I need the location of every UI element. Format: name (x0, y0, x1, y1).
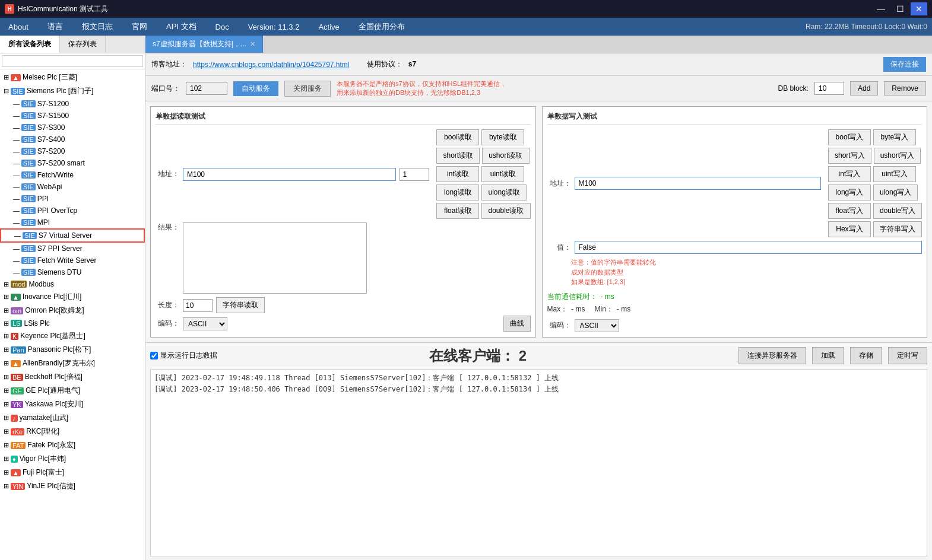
tree-item-ppi[interactable]: — SIE PPI (0, 193, 145, 205)
ulong-read-button[interactable]: ulong读取 (481, 184, 526, 201)
encoding-select-write[interactable]: ASCII UTF-8 Unicode (575, 319, 619, 332)
tree-item-melsec[interactable]: ⊞ ▲ Melsec Plc [三菱] (0, 71, 145, 84)
menu-usage-dist[interactable]: 全国使用分布 (355, 19, 408, 34)
menu-message-log[interactable]: 报文日志 (78, 19, 116, 34)
tree-item-s7-s1500[interactable]: — SIE S7-S1500 (0, 110, 145, 122)
curve-button[interactable]: 曲线 (503, 316, 531, 332)
tree-item-keyence[interactable]: ⊞ K Keyence Plc[基恩士] (0, 329, 145, 343)
tree-item-s7-s300[interactable]: — SIE S7-S300 (0, 122, 145, 133)
timed-write-button[interactable]: 定时写 (888, 347, 927, 364)
tree-item-fatek[interactable]: ⊞ FAT Fatek Plc[永宏] (0, 438, 145, 452)
tree-item-vigor[interactable]: ⊞ ♦ Vigor Plc[丰炜] (0, 452, 145, 466)
encoding-select-read[interactable]: ASCII UTF-8 Unicode (183, 317, 227, 330)
tree-item-s7-s1200[interactable]: — SIE S7-S1200 (0, 98, 145, 110)
tree-item-fetch-write[interactable]: — SIE Fetch/Write (0, 169, 145, 181)
blog-url[interactable]: https://www.cnblogs.com/dathlin/p/104257… (193, 61, 349, 69)
tree-item-fuji[interactable]: ⊞ ▲ Fuji Plc[富士] (0, 466, 145, 479)
label-s7-virtual: S7 Virtual Server (39, 231, 93, 240)
tree-item-inovance[interactable]: ⊞ ▲ Inovance Plc[汇川] (0, 290, 145, 304)
length-quick-input[interactable] (400, 168, 429, 181)
tree-item-s7-s200[interactable]: — SIE S7-S200 (0, 145, 145, 157)
maximize-button[interactable]: ☐ (892, 2, 908, 15)
save-button[interactable]: 存储 (850, 347, 882, 364)
load-button[interactable]: 加载 (812, 347, 844, 364)
save-connection-button[interactable]: 保存连接 (883, 57, 926, 72)
hex-write-button[interactable]: Hex写入 (828, 221, 871, 237)
bool-read-button[interactable]: bool读取 (436, 129, 479, 145)
int-read-button[interactable]: int读取 (436, 166, 479, 182)
badge-s7s400: SIE (21, 136, 36, 143)
auto-service-button[interactable]: 自动服务 (233, 81, 278, 96)
tree-item-omron[interactable]: ⊞ om Omron Plc[欧姆龙] (0, 304, 145, 317)
result-textarea[interactable] (183, 222, 367, 294)
show-log-checkbox[interactable] (150, 352, 158, 359)
menu-doc[interactable]: Doc (212, 20, 233, 34)
tree-item-mpi[interactable]: — SIE MPI (0, 217, 145, 228)
byte-write-button[interactable]: byte写入 (873, 129, 916, 145)
double-read-button[interactable]: double读取 (481, 203, 530, 219)
close-service-button[interactable]: 关闭服务 (284, 81, 331, 97)
badge-siemens: SIE (11, 88, 25, 95)
minimize-button[interactable]: — (873, 2, 889, 15)
double-write-button[interactable]: double写入 (873, 203, 922, 219)
tree-item-modbus[interactable]: ⊞ mod Modbus (0, 278, 145, 290)
length-input[interactable] (183, 299, 213, 312)
tree-item-s7-s400[interactable]: — SIE S7-S400 (0, 133, 145, 145)
tree-item-yaskawa[interactable]: ⊞ YK Yaskawa Plc[安川] (0, 397, 145, 411)
menu-about[interactable]: About (5, 20, 32, 34)
db-block-input[interactable] (814, 82, 844, 95)
tree-item-rkc[interactable]: ⊞ rKe RKC[理化] (0, 425, 145, 438)
tree-item-beckhoff[interactable]: ⊞ BE Beckhoff Plc[倍福] (0, 370, 145, 384)
uint-read-button[interactable]: uint读取 (481, 166, 524, 182)
ushort-read-button[interactable]: ushort读取 (482, 148, 529, 164)
char-read-button[interactable]: 字符串读取 (216, 297, 265, 313)
tab-close-icon[interactable]: ✕ (250, 40, 255, 48)
search-input[interactable] (2, 55, 143, 67)
tree-item-ppi-overtcp[interactable]: — SIE PPI OverTcp (0, 205, 145, 217)
bottom-section: 显示运行日志数据 在线客户端： 2 连接异形服务器 加载 存储 定时写 [调试]… (145, 343, 932, 561)
address-input-write[interactable] (575, 177, 821, 190)
tree-item-fetch-write-server[interactable]: — SIE Fetch Write Server (0, 254, 145, 266)
menu-api-docs[interactable]: API 文档 (163, 19, 200, 34)
short-read-button[interactable]: short读取 (436, 148, 480, 164)
port-input[interactable]: 102 (186, 82, 227, 95)
int-write-button[interactable]: int写入 (828, 166, 871, 182)
address-input-read[interactable] (183, 168, 396, 181)
tree-item-ge[interactable]: ⊞ GE GE Plc[通用电气] (0, 384, 145, 397)
tree-item-allen-bradley[interactable]: ⊞ ▲ AllenBrandly[罗克韦尔] (0, 357, 145, 370)
connect-server-button[interactable]: 连接异形服务器 (738, 347, 806, 364)
tree-item-s7-virtual-server[interactable]: — SIE S7 Virtual Server (0, 228, 145, 243)
tree-item-webapi[interactable]: — SIE WebApi (0, 181, 145, 193)
add-button[interactable]: Add (850, 81, 878, 96)
tree-item-yinje[interactable]: ⊞ YIN YinJE Plc[信捷] (0, 479, 145, 493)
tree-item-s7-s200smart[interactable]: — SIE S7-S200 smart (0, 157, 145, 169)
byte-read-button[interactable]: byte读取 (481, 129, 524, 145)
remove-button[interactable]: Remove (884, 81, 926, 96)
tab-s7-virtual-server[interactable]: s7虚拟服务器【数据支持|，... ✕ (145, 36, 263, 53)
tree-item-siemens[interactable]: ⊟ SIE Siemens Plc [西门子] (0, 84, 145, 98)
log-area[interactable]: [调试] 2023-02-17 19:48:49.118 Thread [013… (150, 369, 927, 557)
tab-saved-list[interactable]: 保存列表 (60, 36, 106, 53)
bool-write-button[interactable]: bool写入 (828, 129, 871, 145)
uint-write-button[interactable]: uint写入 (873, 166, 916, 182)
tree-item-lsis[interactable]: ⊞ LS LSis Plc (0, 317, 145, 329)
short-write-button[interactable]: short写入 (828, 148, 871, 164)
tree-item-siemens-dtu[interactable]: — SIE Siemens DTU (0, 266, 145, 278)
long-write-button[interactable]: long写入 (828, 184, 871, 201)
tree-item-panasonic[interactable]: ⊞ Pan Panasonic Plc[松下] (0, 343, 145, 357)
ushort-write-button[interactable]: ushort写入 (874, 148, 921, 164)
db-block-label: DB block: (778, 84, 809, 93)
float-write-button[interactable]: float写入 (828, 203, 871, 219)
float-read-button[interactable]: float读取 (436, 203, 479, 219)
string-write-button[interactable]: 字符串写入 (873, 221, 922, 237)
close-button[interactable]: ✕ (911, 2, 927, 15)
tab-all-devices[interactable]: 所有设备列表 (0, 36, 60, 53)
ulong-write-button[interactable]: ulong写入 (873, 184, 918, 201)
menu-official-site[interactable]: 官网 (128, 19, 151, 34)
long-read-button[interactable]: long读取 (436, 184, 479, 201)
value-input[interactable] (575, 241, 923, 254)
tree-item-yamatake[interactable]: ⊞ ♪ yamatake[山武] (0, 411, 145, 425)
menu-active[interactable]: Active (315, 20, 343, 34)
menu-language[interactable]: 语言 (44, 19, 66, 34)
tree-item-s7-ppi-server[interactable]: — SIE S7 PPI Server (0, 243, 145, 254)
